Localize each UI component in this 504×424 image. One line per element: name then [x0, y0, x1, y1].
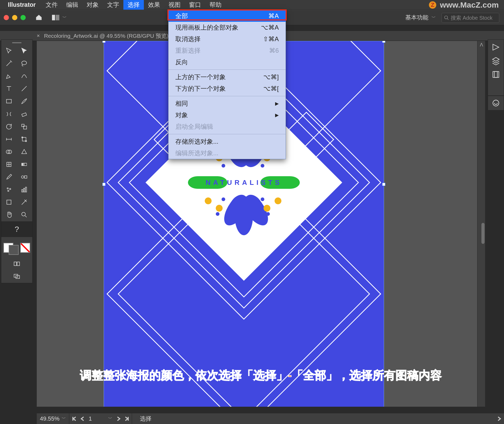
properties-panel-icon[interactable]: [491, 43, 500, 52]
menu-window[interactable]: 窗口: [185, 0, 205, 10]
tool-blend[interactable]: [17, 171, 32, 183]
menu-effect[interactable]: 效果: [144, 0, 164, 10]
menu-item-all[interactable]: 全部 ⌘A: [169, 10, 286, 22]
menu-item-deselect[interactable]: 取消选择 ⇧⌘A: [169, 33, 286, 45]
prev-artboard-icon[interactable]: [80, 416, 85, 421]
tool-hand[interactable]: [1, 209, 17, 221]
none-swatch-icon[interactable]: [20, 243, 30, 253]
menu-item-label: 启动全局编辑: [175, 122, 213, 131]
libraries-panel-icon[interactable]: [491, 70, 500, 79]
menu-item-next-below[interactable]: 下方的下一个对象 ⌥⌘[: [169, 83, 286, 94]
menu-item-shortcut: ⇧⌘A: [263, 35, 279, 43]
close-window-icon[interactable]: [4, 15, 9, 20]
menu-object[interactable]: 对象: [82, 0, 103, 10]
draw-mode[interactable]: [1, 258, 32, 270]
menu-item-reselect: 重新选择 ⌘6: [169, 45, 286, 56]
svg-rect-23: [25, 187, 27, 192]
svg-rect-7: [22, 124, 24, 126]
tool-direct-selection[interactable]: [17, 45, 32, 57]
last-artboard-icon[interactable]: [124, 416, 129, 421]
menu-item-same[interactable]: 相同 ▶: [169, 98, 286, 109]
tool-eraser[interactable]: [17, 108, 32, 120]
minimize-window-icon[interactable]: [12, 15, 17, 20]
selection-handle[interactable]: [102, 183, 106, 186]
tool-paintbrush[interactable]: [17, 95, 32, 107]
selection-handle[interactable]: [382, 41, 385, 43]
adobe-stock-search[interactable]: 搜索 Adobe Stock: [442, 13, 499, 23]
menu-item-save-selection[interactable]: 存储所选对象...: [169, 136, 286, 147]
selection-handle[interactable]: [382, 183, 385, 186]
tool-rotate[interactable]: [1, 121, 17, 133]
tool-rectangle[interactable]: [1, 95, 17, 107]
tool-type[interactable]: [1, 83, 17, 95]
menu-view[interactable]: 视图: [164, 0, 185, 10]
document-tab-title[interactable]: Recoloring_Artwork.ai @ 49.55% (RGB/GPU …: [44, 32, 169, 40]
home-icon[interactable]: [35, 14, 43, 21]
svg-point-19: [9, 188, 11, 190]
tool-shape-builder[interactable]: [1, 146, 17, 158]
tool-artboard[interactable]: [1, 196, 17, 208]
tool-column-graph[interactable]: [17, 184, 32, 196]
menu-item-label: 对象: [175, 111, 188, 119]
menu-item-label: 下方的下一个对象: [175, 84, 226, 93]
tool-line[interactable]: [17, 83, 32, 95]
menu-file[interactable]: 文件: [41, 0, 62, 10]
artboard-number[interactable]: 1: [89, 415, 104, 422]
fill-stroke-swatch[interactable]: [1, 238, 32, 258]
menu-item-object[interactable]: 对象 ▶: [169, 109, 286, 121]
tool-width[interactable]: [1, 133, 17, 145]
tool-gradient[interactable]: [17, 158, 32, 170]
artboard-nav[interactable]: 1 ﹀: [69, 413, 132, 424]
tool-shaper[interactable]: [1, 108, 17, 120]
svg-rect-21: [22, 190, 23, 192]
svg-rect-1: [56, 15, 59, 20]
artwork-dot: [222, 197, 225, 201]
menu-select[interactable]: 选择: [123, 0, 144, 10]
menu-help[interactable]: 帮助: [205, 0, 226, 10]
workspace-switcher[interactable]: 基本功能 ﹀: [405, 10, 436, 25]
zoom-window-icon[interactable]: [20, 15, 26, 20]
scroll-up-icon[interactable]: ᐱ: [479, 41, 484, 49]
tool-zoom[interactable]: [17, 209, 32, 221]
first-artboard-icon[interactable]: [72, 416, 77, 421]
menu-item-shortcut: ⌘6: [269, 47, 279, 54]
tool-eyedropper[interactable]: [1, 171, 17, 183]
toolbox-grip-icon[interactable]: [1, 41, 32, 44]
tool-free-transform[interactable]: [17, 133, 32, 145]
svg-rect-5: [7, 99, 12, 103]
menu-edit[interactable]: 编辑: [62, 0, 82, 10]
menu-item-label: 编辑所选对象...: [175, 149, 218, 157]
scroll-thumb[interactable]: [481, 223, 485, 244]
tool-perspective[interactable]: [17, 146, 32, 158]
mac-menubar: Illustrator 文件 编辑 对象 文字 选择 效果 视图 窗口 帮助 Z…: [0, 0, 504, 10]
screen-mode[interactable]: [1, 270, 32, 282]
selection-handle[interactable]: [102, 41, 106, 43]
comments-panel-icon[interactable]: [491, 99, 500, 108]
watermark-text: www.MacZ.com: [440, 1, 499, 9]
tool-magic-wand[interactable]: [1, 57, 17, 69]
menu-item-inverse[interactable]: 反向: [169, 56, 286, 68]
tool-curvature[interactable]: [17, 70, 32, 82]
zoom-level[interactable]: 49.55% ﹀: [37, 413, 69, 424]
tool-symbol-sprayer[interactable]: [1, 184, 17, 196]
menu-item-shortcut: ⌥⌘]: [263, 73, 279, 81]
tool-lasso[interactable]: [17, 57, 32, 69]
tool-unknown[interactable]: ?: [1, 221, 32, 237]
menu-type[interactable]: 文字: [103, 0, 123, 10]
layers-panel-icon[interactable]: [491, 56, 500, 65]
next-artboard-icon[interactable]: [116, 416, 121, 421]
right-panel-strip-2: [488, 96, 504, 110]
close-tab-icon[interactable]: ×: [37, 33, 40, 39]
tool-slice[interactable]: [17, 196, 32, 208]
menu-item-next-above[interactable]: 上方的下一个对象 ⌥⌘]: [169, 71, 286, 83]
arrange-documents[interactable]: ﹀: [52, 15, 67, 20]
tool-selection[interactable]: [1, 45, 17, 57]
svg-rect-15: [22, 163, 27, 165]
menu-item-all-on-artboard[interactable]: 现用画板上的全部对象 ⌥⌘A: [169, 22, 286, 33]
artwork-dot: [222, 164, 225, 168]
stroke-swatch-icon[interactable]: [9, 245, 19, 255]
tool-mesh[interactable]: [1, 158, 17, 170]
status-arrow-icon[interactable]: [497, 416, 501, 421]
tool-scale[interactable]: [17, 121, 32, 133]
tool-pen[interactable]: [1, 70, 17, 82]
